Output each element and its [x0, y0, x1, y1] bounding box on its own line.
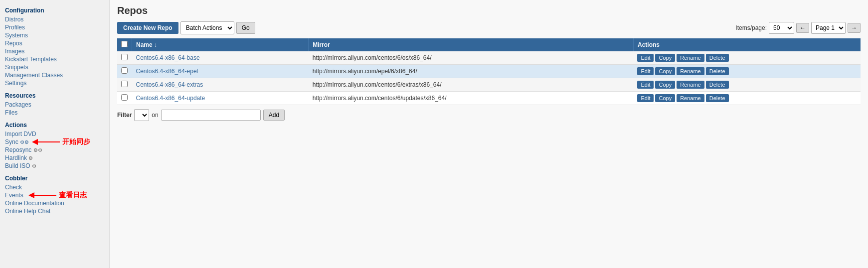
repo-name-link[interactable]: Centos6.4-x86_64-epel	[136, 68, 198, 75]
table-header-name[interactable]: Name ↓	[132, 38, 309, 51]
sidebar-item-snippets[interactable]: Snippets	[5, 63, 109, 71]
sidebar-item-images[interactable]: Images	[5, 47, 109, 55]
row-checkbox[interactable]	[121, 94, 128, 101]
sidebar-section-resources: Resources	[5, 92, 109, 99]
table-row: Centos6.4-x86_64-basehttp://mirrors.aliy…	[117, 51, 861, 65]
row-edit-button[interactable]: Edit	[637, 94, 654, 102]
row-checkbox[interactable]	[121, 67, 128, 74]
row-copy-button[interactable]: Copy	[655, 81, 675, 89]
row-copy-button[interactable]: Copy	[655, 94, 675, 102]
sidebar-item-profiles[interactable]: Profiles	[5, 23, 109, 31]
sidebar-section-actions: Actions	[5, 122, 109, 129]
row-name-cell: Centos6.4-x86_64-epel	[132, 65, 309, 78]
table-header-actions: Actions	[633, 38, 861, 51]
row-actions-cell: EditCopyRenameDelete	[633, 51, 861, 65]
next-page-button[interactable]: →	[848, 23, 861, 33]
row-delete-button[interactable]: Delete	[706, 54, 729, 62]
sidebar-item-distros[interactable]: Distros	[5, 15, 109, 23]
filter-label: Filter	[117, 112, 132, 119]
prev-page-button[interactable]: ←	[796, 23, 809, 33]
sidebar: Configuration Distros Profiles Systems R…	[0, 0, 110, 268]
filter-input[interactable]	[161, 110, 261, 121]
table-row: Centos6.4-x86_64-epelhttp://mirrors.aliy…	[117, 65, 861, 78]
row-rename-button[interactable]: Rename	[677, 54, 704, 62]
row-rename-button[interactable]: Rename	[677, 67, 704, 75]
sidebar-item-online-documentation[interactable]: Online Documentation	[5, 199, 109, 207]
main-content: Repos Create New Repo Batch Actions Go I…	[110, 0, 868, 268]
table-row: Centos6.4-x86_64-extrashttp://mirrors.al…	[117, 78, 861, 92]
row-name-cell: Centos6.4-x86_64-extras	[132, 78, 309, 92]
row-rename-button[interactable]: Rename	[677, 81, 704, 89]
sync-arrow-icon	[32, 138, 62, 146]
row-mirror-cell: http://mirrors.aliyun.com/centos/6/extra…	[309, 78, 634, 92]
repo-name-link[interactable]: Centos6.4-x86_64-extras	[136, 81, 203, 88]
batch-actions-select-wrap[interactable]: Batch Actions	[180, 21, 234, 34]
sidebar-item-import-dvd[interactable]: Import DVD	[5, 130, 109, 138]
row-name-cell: Centos6.4-x86_64-base	[132, 51, 309, 65]
filter-row: Filter on Add	[117, 109, 861, 121]
repo-name-link[interactable]: Centos6.4-x86_64-base	[136, 54, 200, 61]
filter-on-label: on	[152, 112, 158, 119]
sidebar-item-reposync[interactable]: Reposync ⚙⚙	[5, 146, 109, 154]
sidebar-item-events[interactable]: Events	[5, 191, 23, 199]
sidebar-item-systems[interactable]: Systems	[5, 31, 109, 39]
page-title: Repos	[117, 5, 861, 16]
row-edit-button[interactable]: Edit	[637, 54, 654, 62]
batch-actions-select[interactable]: Batch Actions	[181, 22, 234, 34]
row-rename-button[interactable]: Rename	[677, 94, 704, 102]
sidebar-item-check[interactable]: Check	[5, 183, 109, 191]
sidebar-section-configuration: Configuration	[5, 7, 109, 14]
row-name-cell: Centos6.4-x86_64-update	[132, 92, 309, 105]
row-mirror-cell: http://mirrors.aliyun.com/centos/6/updat…	[309, 92, 634, 105]
toolbar: Create New Repo Batch Actions Go Items/p…	[117, 21, 861, 34]
row-mirror-cell: http://mirrors.aliyun.com/centos/6/os/x8…	[309, 51, 634, 65]
page-select[interactable]: Page 1	[812, 22, 845, 33]
items-per-page-select-wrap[interactable]: 50 25 100	[769, 22, 794, 34]
sync-annotation: 开始同步	[32, 137, 90, 146]
sidebar-item-online-help-chat[interactable]: Online Help Chat	[5, 207, 109, 215]
row-edit-button[interactable]: Edit	[637, 81, 654, 89]
sidebar-item-repos[interactable]: Repos	[5, 39, 109, 47]
sidebar-item-management-classes[interactable]: Management Classes	[5, 71, 109, 79]
sidebar-section-cobbler: Cobbler	[5, 175, 109, 182]
row-delete-button[interactable]: Delete	[706, 81, 729, 89]
sidebar-item-sync[interactable]: Sync ⚙⚙	[5, 138, 29, 146]
row-edit-button[interactable]: Edit	[637, 67, 654, 75]
table-header-mirror: Mirror	[309, 38, 634, 51]
repo-name-link[interactable]: Centos6.4-x86_64-update	[136, 95, 205, 102]
row-actions-cell: EditCopyRenameDelete	[633, 92, 861, 105]
sidebar-item-hardlink[interactable]: Hardlink ⚙	[5, 154, 109, 162]
filter-add-button[interactable]: Add	[263, 110, 285, 121]
sidebar-item-kickstart-templates[interactable]: Kickstart Templates	[5, 55, 109, 63]
row-actions-cell: EditCopyRenameDelete	[633, 65, 861, 78]
page-select-wrap[interactable]: Page 1	[811, 22, 846, 34]
row-copy-button[interactable]: Copy	[655, 67, 675, 75]
sidebar-item-files[interactable]: Files	[5, 109, 109, 117]
filter-select-wrap[interactable]	[134, 109, 149, 121]
items-per-page-select[interactable]: 50 25 100	[769, 22, 794, 33]
table-header-row: Name ↓ Mirror Actions	[117, 38, 861, 51]
sidebar-item-packages[interactable]: Packages	[5, 101, 109, 109]
select-all-checkbox[interactable]	[121, 41, 128, 47]
create-new-repo-button[interactable]: Create New Repo	[117, 22, 178, 34]
table-row: Centos6.4-x86_64-updatehttp://mirrors.al…	[117, 92, 861, 105]
filter-select[interactable]	[135, 110, 149, 121]
go-button[interactable]: Go	[236, 22, 255, 34]
sidebar-item-settings[interactable]: Settings	[5, 79, 109, 87]
row-checkbox[interactable]	[121, 54, 128, 60]
row-copy-button[interactable]: Copy	[655, 54, 675, 62]
row-checkbox[interactable]	[121, 81, 128, 87]
row-mirror-cell: http://mirrors.aliyun.com/epel/6/x86_64/	[309, 65, 634, 78]
row-checkbox-cell	[117, 92, 132, 105]
items-per-page-section: Items/page: 50 25 100 ← Page 1 →	[735, 22, 861, 34]
row-checkbox-cell	[117, 51, 132, 65]
events-arrow-icon	[29, 191, 59, 199]
row-checkbox-cell	[117, 65, 132, 78]
row-delete-button[interactable]: Delete	[706, 67, 729, 75]
row-actions-cell: EditCopyRenameDelete	[633, 78, 861, 92]
row-checkbox-cell	[117, 78, 132, 92]
sidebar-item-build-iso[interactable]: Build ISO ⚙	[5, 162, 109, 170]
row-delete-button[interactable]: Delete	[706, 94, 729, 102]
table-header-checkbox	[117, 38, 132, 51]
items-per-page-label: Items/page:	[735, 24, 767, 31]
